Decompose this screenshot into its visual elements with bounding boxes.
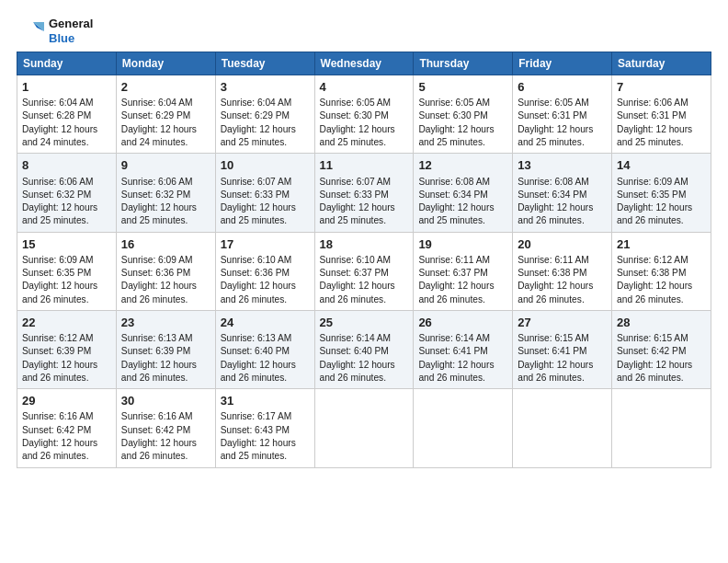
calendar-day-cell: 8Sunrise: 6:06 AMSunset: 6:32 PMDaylight… [17,154,117,232]
calendar-week-row: 8Sunrise: 6:06 AMSunset: 6:32 PMDaylight… [17,154,711,232]
day-number: 30 [121,393,210,409]
daylight-text: Daylight: 12 hours and 25 minutes. [617,124,692,147]
calendar-day-cell: 9Sunrise: 6:06 AMSunset: 6:32 PMDaylight… [116,154,215,232]
day-number: 3 [221,79,310,96]
calendar-day-cell: 6Sunrise: 6:05 AMSunset: 6:31 PMDaylight… [513,75,612,154]
daylight-text: Daylight: 12 hours and 25 minutes. [221,124,296,147]
sunrise-text: Sunrise: 6:06 AM [22,177,94,187]
daylight-text: Daylight: 12 hours and 25 minutes. [22,202,97,225]
daylight-text: Daylight: 12 hours and 26 minutes. [221,360,296,383]
calendar-day-cell: 1Sunrise: 6:04 AMSunset: 6:28 PMDaylight… [17,75,117,154]
sunrise-text: Sunrise: 6:05 AM [320,98,392,108]
calendar-day-cell: 19Sunrise: 6:11 AMSunset: 6:37 PMDayligh… [414,232,513,310]
sunset-text: Sunset: 6:42 PM [121,425,190,435]
daylight-text: Daylight: 12 hours and 26 minutes. [121,438,197,461]
sunset-text: Sunset: 6:28 PM [22,110,91,121]
daylight-text: Daylight: 12 hours and 25 minutes. [221,202,296,225]
daylight-text: Daylight: 12 hours and 26 minutes. [518,281,593,304]
calendar-day-cell: 7Sunrise: 6:06 AMSunset: 6:31 PMDaylight… [612,75,711,154]
daylight-text: Daylight: 12 hours and 25 minutes. [418,202,494,225]
day-number: 16 [121,236,210,253]
daylight-text: Daylight: 12 hours and 26 minutes. [22,360,97,383]
calendar-day-cell: 11Sunrise: 6:07 AMSunset: 6:33 PMDayligh… [314,154,414,232]
sunrise-text: Sunrise: 6:16 AM [22,411,94,421]
sunset-text: Sunset: 6:42 PM [22,425,91,435]
page-container: General Blue SundayMondayTuesdayWednesda… [0,0,728,477]
sunrise-text: Sunrise: 6:06 AM [617,98,688,108]
sunrise-text: Sunrise: 6:08 AM [418,177,490,187]
sunset-text: Sunset: 6:37 PM [418,268,487,278]
sunrise-text: Sunrise: 6:12 AM [22,333,94,343]
sunset-text: Sunset: 6:35 PM [617,190,686,200]
sunrise-text: Sunrise: 6:10 AM [221,255,292,265]
sunrise-text: Sunrise: 6:15 AM [518,333,589,343]
calendar-day-cell: 14Sunrise: 6:09 AMSunset: 6:35 PMDayligh… [612,154,711,232]
daylight-text: Daylight: 12 hours and 25 minutes. [418,124,494,147]
day-number: 23 [121,315,210,331]
calendar-day-cell: 17Sunrise: 6:10 AMSunset: 6:36 PMDayligh… [215,232,314,310]
calendar-day-cell [314,389,414,467]
day-number: 6 [518,79,607,96]
sunset-text: Sunset: 6:29 PM [221,110,290,121]
calendar-day-cell: 4Sunrise: 6:05 AMSunset: 6:30 PMDaylight… [314,75,414,154]
calendar-day-cell: 16Sunrise: 6:09 AMSunset: 6:36 PMDayligh… [116,232,215,310]
sunset-text: Sunset: 6:32 PM [22,190,91,200]
calendar-day-header: Thursday [414,52,513,75]
calendar-week-row: 15Sunrise: 6:09 AMSunset: 6:35 PMDayligh… [17,232,711,310]
calendar-day-cell [612,389,711,467]
sunrise-text: Sunrise: 6:08 AM [518,177,589,187]
daylight-text: Daylight: 12 hours and 26 minutes. [418,281,494,304]
sunset-text: Sunset: 6:42 PM [617,346,686,356]
day-number: 11 [320,157,409,174]
calendar-day-header: Friday [513,52,612,75]
sunrise-text: Sunrise: 6:11 AM [518,255,589,265]
daylight-text: Daylight: 12 hours and 26 minutes. [518,360,593,383]
sunset-text: Sunset: 6:33 PM [320,190,389,200]
day-number: 26 [418,315,507,331]
day-number: 24 [221,315,310,331]
day-number: 17 [221,236,310,253]
calendar-table: SundayMondayTuesdayWednesdayThursdayFrid… [17,52,711,468]
day-number: 12 [418,157,507,174]
sunset-text: Sunset: 6:41 PM [518,346,586,356]
sunrise-text: Sunrise: 6:16 AM [121,411,193,421]
day-number: 13 [518,157,607,174]
calendar-day-cell: 3Sunrise: 6:04 AMSunset: 6:29 PMDaylight… [215,75,314,154]
day-number: 22 [22,315,111,331]
calendar-day-cell: 27Sunrise: 6:15 AMSunset: 6:41 PMDayligh… [513,310,612,388]
day-number: 14 [617,157,706,174]
daylight-text: Daylight: 12 hours and 26 minutes. [418,360,494,383]
sunset-text: Sunset: 6:30 PM [418,110,487,121]
sunrise-text: Sunrise: 6:10 AM [320,255,392,265]
calendar-header-row: SundayMondayTuesdayWednesdayThursdayFrid… [17,52,711,75]
calendar-day-header: Wednesday [314,52,414,75]
day-number: 21 [617,236,706,253]
sunrise-text: Sunrise: 6:14 AM [418,333,490,343]
day-number: 5 [418,79,507,96]
day-number: 19 [418,236,507,253]
sunrise-text: Sunrise: 6:13 AM [121,333,193,343]
sunset-text: Sunset: 6:38 PM [617,268,686,278]
day-number: 20 [518,236,607,253]
calendar-week-row: 29Sunrise: 6:16 AMSunset: 6:42 PMDayligh… [17,389,711,467]
daylight-text: Daylight: 12 hours and 25 minutes. [121,202,197,225]
sunrise-text: Sunrise: 6:13 AM [221,333,292,343]
sunset-text: Sunset: 6:43 PM [221,425,290,435]
calendar-day-cell: 13Sunrise: 6:08 AMSunset: 6:34 PMDayligh… [513,154,612,232]
sunset-text: Sunset: 6:36 PM [221,268,290,278]
sunset-text: Sunset: 6:40 PM [221,346,290,356]
day-number: 10 [221,157,310,174]
sunrise-text: Sunrise: 6:07 AM [221,177,292,187]
sunrise-text: Sunrise: 6:04 AM [221,98,292,108]
calendar-day-cell: 5Sunrise: 6:05 AMSunset: 6:30 PMDaylight… [414,75,513,154]
calendar-day-header: Tuesday [215,52,314,75]
calendar-day-cell: 31Sunrise: 6:17 AMSunset: 6:43 PMDayligh… [215,389,314,467]
sunrise-text: Sunrise: 6:15 AM [617,333,688,343]
daylight-text: Daylight: 12 hours and 26 minutes. [320,360,395,383]
day-number: 28 [617,315,706,331]
calendar-week-row: 22Sunrise: 6:12 AMSunset: 6:39 PMDayligh… [17,310,711,388]
daylight-text: Daylight: 12 hours and 26 minutes. [121,360,197,383]
calendar-day-cell: 10Sunrise: 6:07 AMSunset: 6:33 PMDayligh… [215,154,314,232]
sunrise-text: Sunrise: 6:12 AM [617,255,688,265]
calendar-day-header: Monday [116,52,215,75]
